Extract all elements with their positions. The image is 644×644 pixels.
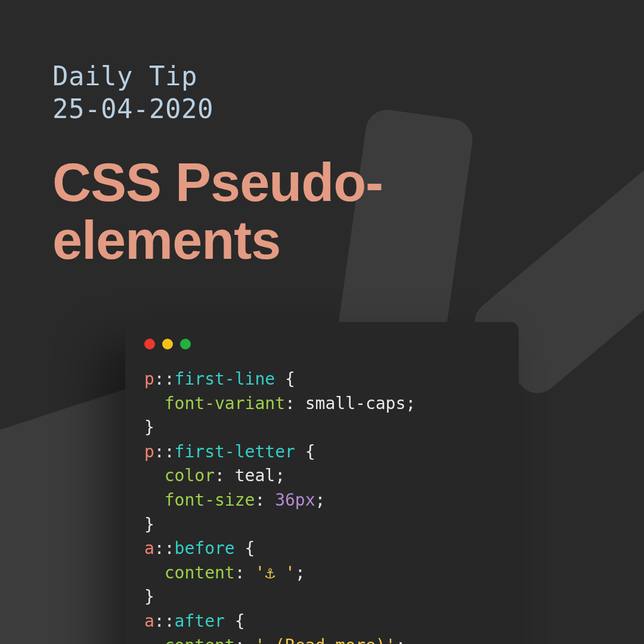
- code-tag: a: [144, 611, 154, 631]
- kicker: Daily Tip 25-04-2020: [52, 60, 592, 125]
- code-punct: ;: [315, 490, 326, 510]
- code-punct: ;: [405, 394, 416, 413]
- code-punct: {: [235, 538, 255, 558]
- code-punct: ::: [154, 538, 175, 558]
- code-tag: p: [144, 369, 154, 389]
- code-punct: {: [225, 611, 245, 631]
- window-controls: [144, 339, 500, 349]
- code-prop: content: [165, 636, 235, 644]
- code-indent: [144, 636, 165, 644]
- minimize-icon: [162, 339, 173, 349]
- code-string: '⚓ ': [255, 563, 295, 583]
- code-string: ' (Read more)': [255, 636, 395, 644]
- code-block: p::first-line { font-variant: small-caps…: [144, 367, 500, 644]
- page-title: CSS Pseudo- elements: [52, 154, 592, 270]
- code-punct: }: [144, 515, 154, 534]
- code-punct: {: [295, 442, 315, 462]
- kicker-line: 25-04-2020: [52, 94, 213, 124]
- code-prop: font-variant: [165, 394, 285, 413]
- code-indent: [144, 490, 165, 510]
- code-prop: color: [165, 466, 215, 485]
- kicker-line: Daily Tip: [52, 61, 197, 91]
- code-punct: :: [235, 636, 255, 644]
- code-number: 36px: [275, 490, 315, 510]
- code-value: teal: [235, 466, 275, 485]
- code-value: small-caps: [305, 394, 406, 413]
- code-tag: p: [144, 442, 154, 462]
- code-selector: first-line: [175, 369, 275, 389]
- code-punct: ;: [395, 636, 405, 644]
- code-punct: ;: [275, 466, 285, 485]
- maximize-icon: [180, 339, 191, 349]
- close-icon: [144, 339, 155, 349]
- code-punct: :: [215, 466, 235, 485]
- code-punct: :: [235, 563, 255, 583]
- code-indent: [144, 394, 165, 413]
- code-selector: first-letter: [175, 442, 295, 462]
- code-selector: before: [175, 538, 235, 558]
- code-punct: ::: [154, 611, 175, 631]
- code-punct: }: [144, 587, 154, 606]
- code-punct: :: [285, 394, 305, 413]
- code-punct: }: [144, 417, 154, 437]
- code-window: p::first-line { font-variant: small-caps…: [125, 322, 519, 644]
- code-punct: ::: [154, 442, 175, 462]
- title-line: elements: [52, 210, 280, 270]
- code-punct: {: [275, 369, 295, 389]
- code-prop: content: [165, 563, 235, 583]
- code-prop: font-size: [165, 490, 255, 510]
- code-punct: ::: [154, 369, 175, 389]
- code-punct: ;: [295, 563, 305, 583]
- code-indent: [144, 563, 165, 583]
- header-block: Daily Tip 25-04-2020 CSS Pseudo- element…: [0, 0, 644, 270]
- code-selector: after: [175, 611, 225, 631]
- code-tag: a: [144, 538, 154, 558]
- code-indent: [144, 466, 165, 485]
- title-line: CSS Pseudo-: [52, 153, 383, 212]
- code-punct: :: [255, 490, 275, 510]
